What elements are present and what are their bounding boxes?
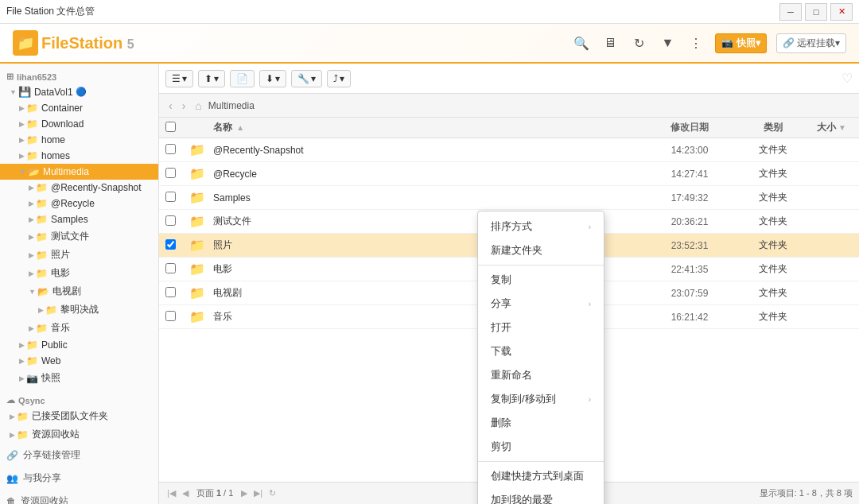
row-checkbox-4[interactable] <box>165 215 176 226</box>
qsync-header: ☁ Qsync <box>0 390 158 407</box>
sidebar-label-recycle: @Recycle <box>51 198 95 209</box>
search-icon[interactable]: 🔍 <box>572 33 591 52</box>
quick-snapshot-button[interactable]: 📷 快照▾ <box>715 33 766 53</box>
cm-rename-label: 重新命名 <box>491 368 532 382</box>
cm-new-folder-item[interactable]: 新建文件夹 <box>478 238 604 262</box>
logo-icon: 📁 <box>13 30 38 56</box>
sidebar-item-photos[interactable]: ▶ 📁 照片 <box>0 246 158 264</box>
create-file-button[interactable]: 📄 <box>230 70 255 87</box>
sidebar-item-team-folders[interactable]: ▶ 📁 已接受团队文件夹 <box>0 407 158 425</box>
sidebar-user-header: ⊞ lihan6523 <box>0 67 158 83</box>
sidebar-item-multimedia[interactable]: ▼ 📂 Multimedia <box>0 164 158 180</box>
row-checkbox-6[interactable] <box>165 263 176 273</box>
sidebar-item-testfiles[interactable]: ▶ 📁 测试文件 <box>0 227 158 246</box>
logo-station: Station <box>68 34 122 52</box>
remote-mount-button[interactable]: 🔗 远程挂载▾ <box>776 33 846 53</box>
sidebar-label-lidawarzhan: 黎明决战 <box>60 303 99 316</box>
chevron-icon: ▶ <box>29 200 34 207</box>
prev-page-btn[interactable]: ◀ <box>181 488 190 498</box>
maximize-button[interactable]: □ <box>805 3 827 21</box>
close-button[interactable]: ✕ <box>830 3 853 21</box>
cm-sort-label: 排序方式 <box>491 219 532 234</box>
header-check[interactable] <box>165 122 189 134</box>
share-link-icon: 🔗 <box>6 450 18 461</box>
sidebar-item-tvshows[interactable]: ▼ 📂 电视剧 <box>0 282 158 300</box>
folder-icon: 📁 <box>36 198 48 209</box>
folder-icon: 📁 <box>26 103 38 114</box>
next-page-btn[interactable]: ▶ <box>239 488 249 498</box>
sidebar-item-web[interactable]: ▶ 📁 Web <box>0 353 158 369</box>
sidebar-item-share-links[interactable]: 🔗 分享链接管理 <box>0 444 158 467</box>
header-size[interactable]: 大小 ▼ <box>805 121 853 134</box>
cm-share-item[interactable]: 分享 › <box>478 292 604 316</box>
table-row[interactable]: 📁 @Recently-Snapshot 14:23:00 文件夹 <box>159 138 859 162</box>
tools-button[interactable]: 🔧 ▾ <box>291 70 322 87</box>
cm-favorites-item[interactable]: 加到我的最爱 <box>478 488 604 504</box>
header-type[interactable]: 类别 <box>741 121 805 134</box>
sidebar-item-home[interactable]: ▶ 📁 home <box>0 132 158 148</box>
folder-icon: 📁 <box>36 323 48 334</box>
first-page-btn[interactable]: |◀ <box>165 488 177 498</box>
sidebar-item-samples[interactable]: ▶ 📁 Samples <box>0 211 158 227</box>
cm-cut-item[interactable]: 剪切 <box>478 435 604 459</box>
header-name[interactable]: 名称 ▲ <box>213 121 638 134</box>
window-title: File Station 文件总管 <box>6 5 95 18</box>
minimize-button[interactable]: ─ <box>779 3 802 21</box>
sidebar-item-recycle[interactable]: ▶ 📁 @Recycle <box>0 196 158 211</box>
sidebar-item-snapshot[interactable]: ▶ 📷 快照 <box>0 369 158 387</box>
cm-delete-item[interactable]: 删除 <box>478 411 604 435</box>
row-checkbox-7[interactable] <box>165 287 176 297</box>
select-all-checkbox[interactable] <box>165 122 176 132</box>
row-checkbox-8[interactable] <box>165 311 176 321</box>
sidebar-item-container[interactable]: ▶ 📁 Container <box>0 100 158 116</box>
row-checkbox-5[interactable] <box>165 239 176 250</box>
share-button[interactable]: ⤴ ▾ <box>327 70 351 87</box>
cm-separator-2 <box>478 461 604 462</box>
row-checkbox-1[interactable] <box>165 144 176 154</box>
file-type-4: 文件夹 <box>741 215 805 228</box>
cm-download-item[interactable]: 下载 <box>478 339 604 363</box>
last-page-btn[interactable]: ▶| <box>252 488 264 498</box>
heart-icon[interactable]: ♡ <box>842 71 853 86</box>
cm-move-item[interactable]: 复制到/移动到 › <box>478 387 604 411</box>
file-date-4: 20:36:21 <box>638 216 741 227</box>
more-icon[interactable]: ⋮ <box>686 33 705 52</box>
forward-button[interactable]: › <box>179 99 189 112</box>
folder-open-icon: 📂 <box>28 166 40 177</box>
name-label: 名称 <box>213 122 232 133</box>
sidebar-item-qsync-recycle[interactable]: ▶ 📁 资源回收站 <box>0 425 158 444</box>
sidebar-item-recycle-bin[interactable]: 🗑 资源回收站 <box>0 490 158 504</box>
upload-button[interactable]: ⬆ ▾ <box>198 70 225 87</box>
sidebar-item-shared-with-me[interactable]: 👥 与我分享 <box>0 467 158 490</box>
sidebar-item-recently-snapshot[interactable]: ▶ 📁 @Recently-Snapshot <box>0 180 158 196</box>
home-button[interactable]: ⌂ <box>192 99 204 112</box>
sidebar-item-homes[interactable]: ▶ 📁 homes <box>0 148 158 164</box>
refresh-icon[interactable]: ↻ <box>629 33 648 52</box>
row-checkbox-2[interactable] <box>165 168 176 178</box>
page-label: 页面 <box>196 488 214 498</box>
sidebar-item-movies[interactable]: ▶ 📁 电影 <box>0 264 158 282</box>
header-date[interactable]: 修改日期 <box>638 121 741 134</box>
download-button[interactable]: ⬇ ▾ <box>259 70 286 87</box>
folder-icon: 📁 <box>189 262 205 276</box>
sidebar-item-public[interactable]: ▶ 📁 Public <box>0 337 158 353</box>
cm-cut-label: 剪切 <box>491 440 511 454</box>
cm-rename-item[interactable]: 重新命名 <box>478 363 604 387</box>
view-mode-button[interactable]: ☰ ▾ <box>165 70 193 87</box>
cm-sort-item[interactable]: 排序方式 › <box>478 215 604 238</box>
cm-copy-item[interactable]: 复制 <box>478 268 604 292</box>
filter-icon[interactable]: ▼ <box>658 33 677 52</box>
row-checkbox-3[interactable] <box>165 192 176 202</box>
sidebar-item-lidawarzhan[interactable]: ▶ 📁 黎明决战 <box>0 300 158 319</box>
file-date-3: 17:49:32 <box>638 192 741 204</box>
back-button[interactable]: ‹ <box>165 99 176 112</box>
sidebar-item-datavol1[interactable]: ▼ 💾 DataVol1 🔵 <box>0 83 158 100</box>
monitor-icon[interactable]: 🖥 <box>601 33 620 52</box>
sidebar-item-music[interactable]: ▶ 📁 音乐 <box>0 319 158 337</box>
table-row[interactable]: 📁 Samples 17:49:32 文件夹 <box>159 186 859 210</box>
sidebar-item-download[interactable]: ▶ 📁 Download <box>0 116 158 132</box>
refresh-page-btn[interactable]: ↻ <box>267 488 278 498</box>
cm-open-item[interactable]: 打开 <box>478 316 604 339</box>
table-row[interactable]: 📁 @Recycle 14:27:41 文件夹 <box>159 162 859 186</box>
cm-shortcut-item[interactable]: 创建快捷方式到桌面 <box>478 464 604 488</box>
